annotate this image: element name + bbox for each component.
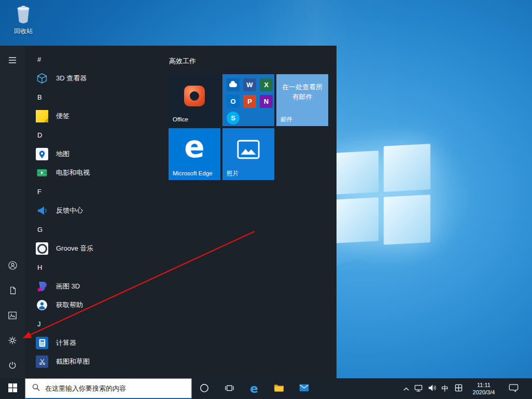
app-section-header[interactable]: # — [25, 50, 164, 69]
search-placeholder: 在这里输入你要搜索的内容 — [45, 384, 126, 393]
gear-icon — [8, 336, 17, 347]
app-label: Groove 音乐 — [56, 244, 93, 253]
edge-logo-icon: e — [169, 129, 220, 164]
network-button[interactable] — [412, 378, 425, 399]
start-menu-tiles: 高效工作 Office W X O P N S — [169, 46, 334, 180]
maps-icon — [34, 146, 50, 162]
logo-pane — [333, 150, 379, 195]
app-section-header[interactable]: J — [25, 314, 164, 334]
documents-button[interactable] — [0, 279, 25, 304]
app-label: 反馈中心 — [56, 206, 83, 215]
tile-label: 邮件 — [281, 116, 292, 123]
folder-icon — [274, 383, 284, 394]
chevron-up-icon — [403, 385, 409, 393]
clock-date: 2020/3/4 — [473, 389, 495, 396]
outlook-icon: O — [227, 95, 240, 108]
user-icon — [8, 260, 18, 272]
settings-button[interactable] — [0, 328, 25, 353]
ime-mode-button[interactable] — [451, 378, 466, 399]
section-letter: F — [37, 188, 41, 196]
wallpaper-windows-logo — [333, 144, 431, 250]
section-letter: H — [37, 264, 42, 271]
excel-icon: X — [260, 78, 273, 91]
volume-button[interactable] — [425, 378, 439, 399]
speaker-icon — [428, 384, 437, 393]
feedback-hub-icon — [34, 203, 50, 218]
app-label: 便签 — [56, 112, 69, 121]
logo-pane — [333, 197, 379, 243]
app-item-maps[interactable]: 地图 — [25, 145, 164, 163]
tray-chevron-up-button[interactable] — [400, 378, 412, 399]
cortana-button[interactable] — [192, 378, 217, 399]
screen: 回收站 — [0, 0, 532, 399]
action-center-button[interactable] — [502, 378, 525, 399]
word-icon: W — [243, 78, 256, 91]
movies-tv-icon — [34, 165, 50, 181]
skype-icon: S — [227, 112, 240, 125]
app-section-header[interactable]: G — [25, 220, 164, 239]
app-label: 画图 3D — [56, 282, 80, 291]
app-item-calculator[interactable]: 计算器 — [25, 334, 164, 352]
section-letter: # — [37, 56, 41, 63]
app-section-header[interactable]: D — [25, 126, 164, 145]
app-label: 获取帮助 — [56, 300, 83, 310]
edge-icon: e — [250, 383, 258, 395]
logo-pane — [384, 195, 430, 245]
app-label: 3D 查看器 — [56, 74, 87, 83]
tile-mail[interactable]: 在一处查看所有邮件 邮件 — [276, 74, 328, 126]
app-item-sticky-notes[interactable]: 便签 — [25, 107, 164, 126]
start-button[interactable] — [0, 378, 25, 399]
snip-sketch-icon — [34, 354, 50, 369]
app-item-get-help[interactable]: 获取帮助 — [25, 296, 164, 314]
recycle-bin[interactable]: 回收站 — [6, 4, 40, 36]
power-icon — [8, 361, 17, 372]
taskbar-clock[interactable]: 11:11 2020/3/4 — [466, 378, 502, 399]
app-item-feedback-hub[interactable]: 反馈中心 — [25, 201, 164, 220]
section-letter: D — [37, 131, 42, 139]
app-section-header[interactable]: F — [25, 182, 164, 201]
mail-icon — [299, 384, 309, 393]
mail-tile-message: 在一处查看所有邮件 — [276, 74, 328, 102]
onenote-icon: N — [260, 95, 273, 108]
expand-menu-button[interactable] — [0, 48, 25, 73]
app-label: 电影和电视 — [56, 168, 90, 177]
app-item-3d-viewer[interactable]: 3D 查看器 — [25, 69, 164, 88]
start-menu-app-list: # 3D 查看器 B 便签 — [25, 46, 164, 378]
tile-label: 照片 — [227, 170, 239, 177]
app-section-header[interactable]: H — [25, 258, 164, 277]
user-account-button[interactable] — [0, 254, 25, 279]
app-item-groove-music[interactable]: Groove 音乐 — [25, 239, 164, 258]
section-letter: G — [37, 226, 43, 233]
ime-grid-icon — [455, 384, 463, 393]
app-item-snip-sketch[interactable]: 截图和草图 — [25, 352, 164, 371]
app-section-header[interactable]: B — [25, 88, 164, 107]
mail-button[interactable] — [291, 378, 316, 399]
tile-microsoft-edge[interactable]: e Microsoft Edge — [169, 128, 220, 180]
notification-bubble-icon — [509, 383, 519, 394]
tile-photos[interactable]: 照片 — [222, 128, 274, 180]
tile-office-folder[interactable]: W X O P N S — [222, 74, 274, 126]
task-view-button[interactable] — [217, 378, 242, 399]
app-label: 计算器 — [56, 338, 76, 348]
file-explorer-button[interactable] — [267, 378, 291, 399]
app-item-movies-tv[interactable]: 电影和电视 — [25, 163, 164, 182]
network-icon — [414, 384, 423, 393]
start-menu-rail — [0, 46, 25, 378]
edge-button[interactable]: e — [242, 378, 267, 399]
app-section-header[interactable]: L — [25, 371, 164, 378]
calculator-icon — [34, 335, 50, 351]
tile-group-title[interactable]: 高效工作 — [169, 57, 334, 66]
start-menu: # 3D 查看器 B 便签 — [0, 46, 337, 378]
app-label: 截图和草图 — [56, 357, 90, 366]
pictures-button[interactable] — [0, 304, 25, 328]
ime-language-indicator[interactable]: 中 — [439, 378, 451, 399]
taskbar-search-box[interactable]: 在这里输入你要搜索的内容 — [25, 378, 192, 399]
system-tray: 中 11:11 2020/3/4 — [400, 378, 532, 399]
power-button[interactable] — [0, 353, 25, 378]
tile-label: Microsoft Edge — [173, 170, 213, 177]
tile-office[interactable]: Office — [169, 74, 220, 126]
tile-grid: Office W X O P N S 在一处查看所有邮件 邮件 — [169, 74, 334, 180]
app-item-paint-3d[interactable]: 画图 3D — [25, 277, 164, 296]
taskbar: 在这里输入你要搜索的内容 e — [0, 378, 532, 399]
photos-icon — [236, 140, 260, 159]
